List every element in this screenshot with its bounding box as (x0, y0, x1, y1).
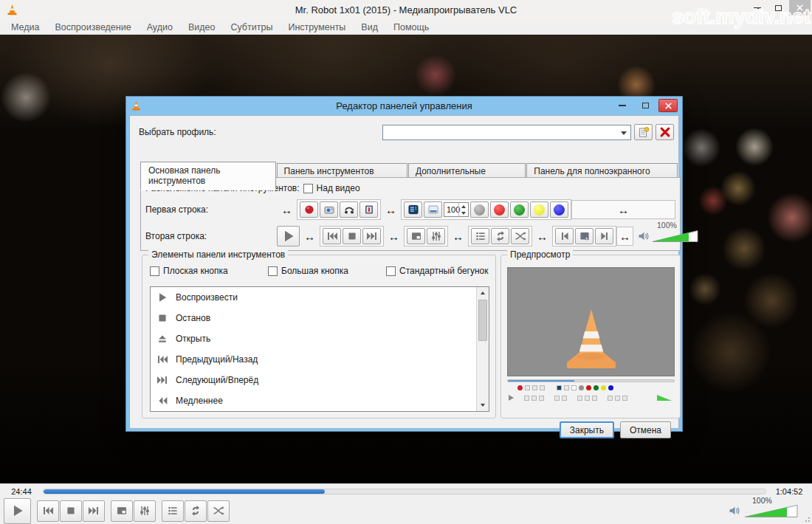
teletext-gray-button[interactable] (470, 201, 489, 218)
skip-back-button[interactable] (555, 228, 574, 244)
scroll-down-button[interactable] (477, 399, 489, 411)
ab-loop-icon (343, 204, 355, 216)
spacer-icon[interactable]: ↔ (277, 204, 297, 216)
big-button-checkbox[interactable] (268, 266, 278, 276)
scroll-thumb[interactable] (478, 300, 487, 341)
loop-button[interactable] (185, 500, 207, 522)
teletext-yellow-button[interactable] (530, 201, 548, 218)
above-video-label: Над видео (317, 183, 360, 193)
frame-by-frame-button[interactable] (359, 201, 378, 218)
mini-icon (554, 396, 560, 401)
dialog-maximize-button[interactable] (636, 99, 655, 112)
menu-media[interactable]: Медиа (11, 22, 39, 32)
record-button[interactable] (300, 201, 318, 218)
preview-seek-fill (508, 380, 574, 382)
frame-select-button[interactable] (575, 228, 593, 244)
spin-down-button[interactable] (459, 210, 468, 216)
play-button-widget[interactable] (277, 226, 300, 247)
loop-icon (190, 505, 202, 517)
previous-button[interactable] (37, 500, 59, 522)
spacer-icon[interactable]: ↔ (532, 230, 552, 243)
line1-row: Первая строка: ↔ ↔ 100 (145, 196, 675, 223)
resize-grip[interactable] (804, 516, 810, 522)
stop-button[interactable] (343, 228, 361, 244)
native-slider-checkbox[interactable] (386, 266, 396, 276)
spacer-icon[interactable]: ↔ (381, 204, 401, 216)
list-item[interactable]: Останов (151, 308, 489, 328)
equalizer-icon (430, 230, 442, 242)
volume-percent-label: 100% (657, 221, 677, 230)
teletext-button[interactable] (424, 201, 442, 218)
scrollbar[interactable] (476, 287, 489, 411)
next-button[interactable] (83, 500, 105, 522)
mini-icon (622, 396, 627, 401)
line1-group2: 100 (401, 199, 571, 220)
menu-playback[interactable]: Воспроизведение (55, 22, 131, 32)
skip-forward-button[interactable] (595, 228, 613, 244)
fullscreen-icon (116, 505, 128, 517)
play-button[interactable] (4, 498, 31, 524)
slower-icon (156, 395, 168, 407)
menu-view[interactable]: Вид (361, 22, 378, 32)
menu-tools[interactable]: Инструменты (288, 22, 345, 32)
playlist-button[interactable] (471, 228, 489, 244)
tab-main-toolbar[interactable]: Основная панель инструментов (140, 162, 276, 190)
list-item[interactable]: Открыть (151, 328, 489, 349)
scroll-up-button[interactable] (477, 287, 489, 299)
previous-button[interactable] (323, 228, 341, 244)
fullscreen-button[interactable] (407, 228, 425, 244)
close-dialog-button[interactable]: Закрыть (560, 421, 614, 438)
snapshot-button[interactable] (320, 201, 338, 218)
line2-empty-zone[interactable]: ↔ (616, 227, 633, 246)
list-item[interactable]: Медленнее (151, 390, 489, 411)
cancel-button[interactable]: Отмена (620, 421, 671, 438)
shuffle-button[interactable] (207, 500, 230, 522)
list-item-label: Останов (176, 313, 210, 323)
teletext-page-spinner[interactable]: 100 (444, 202, 469, 217)
menu-audio[interactable]: Аудио (147, 22, 173, 32)
volume-slider[interactable] (653, 230, 698, 242)
fullscreen-button[interactable] (111, 500, 133, 522)
volume-slider[interactable] (745, 505, 798, 517)
above-video-checkbox[interactable] (303, 184, 313, 193)
spin-up-button[interactable] (459, 203, 468, 210)
dvd-menu-button[interactable] (404, 201, 422, 218)
preview-video (507, 267, 675, 376)
close-icon (664, 101, 673, 111)
menu-subtitles[interactable]: Субтитры (230, 22, 272, 32)
playlist-button[interactable] (162, 500, 184, 522)
shuffle-button[interactable] (511, 228, 529, 244)
next-button[interactable] (362, 228, 381, 244)
dialog-minimize-button[interactable] (613, 99, 632, 112)
flat-button-label: Плоская кнопка (163, 266, 228, 276)
new-profile-button[interactable] (634, 124, 653, 140)
triangle-down-icon (461, 212, 466, 215)
volume-widget[interactable]: 100% (638, 230, 698, 242)
stop-button[interactable] (60, 500, 82, 522)
elements-list: Воспроизвести Останов Открыть Предыдущий… (150, 286, 489, 412)
next-icon (88, 505, 100, 517)
list-item[interactable]: Предыдущий/Назад (151, 349, 489, 370)
line1-empty-zone[interactable]: ↔ (571, 200, 675, 219)
list-item[interactable]: Воспроизвести (151, 287, 489, 308)
spacer-icon[interactable]: ↔ (300, 230, 320, 243)
teletext-blue-button[interactable] (550, 201, 568, 218)
teletext-red-button[interactable] (490, 201, 509, 218)
maximize-icon (642, 103, 649, 108)
spacer-icon[interactable]: ↔ (448, 230, 468, 243)
extended-settings-button[interactable] (134, 500, 156, 522)
extended-settings-button[interactable] (427, 228, 445, 244)
spacer-icon[interactable]: ↔ (384, 230, 404, 243)
list-item-label: Предыдущий/Назад (176, 354, 258, 365)
teletext-green-button[interactable] (510, 201, 529, 218)
ab-loop-button[interactable] (340, 201, 358, 218)
seek-bar[interactable] (43, 489, 766, 494)
menu-video[interactable]: Видео (188, 22, 216, 32)
dialog-close-button[interactable] (658, 99, 678, 112)
flat-button-checkbox[interactable] (150, 266, 159, 276)
delete-profile-button[interactable] (656, 124, 674, 140)
loop-button[interactable] (491, 228, 509, 244)
list-item[interactable]: Следующий/Вперёд (151, 370, 489, 390)
profile-select[interactable] (382, 125, 631, 140)
menu-help[interactable]: Помощь (393, 22, 429, 32)
